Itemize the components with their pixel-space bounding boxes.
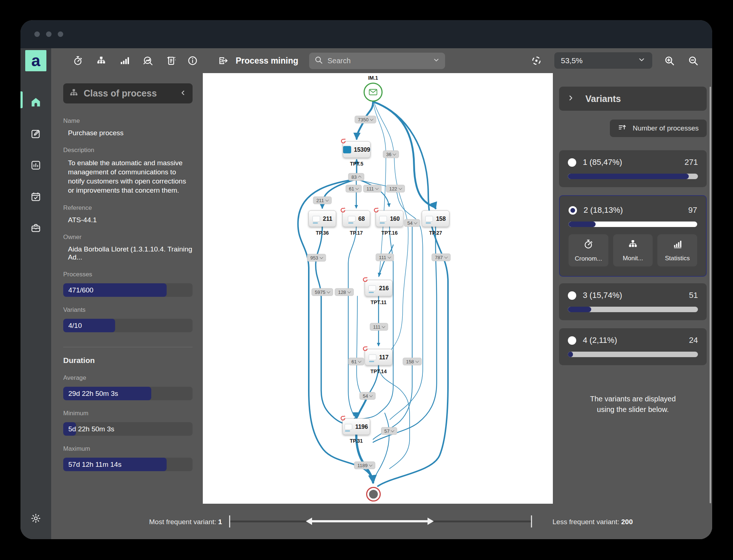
page-title: Process mining: [236, 56, 298, 66]
variants-header[interactable]: Variants: [559, 87, 707, 111]
edge-frequency-label-57[interactable]: 57: [381, 427, 397, 435]
search-analytics-icon[interactable]: [141, 53, 155, 68]
edge-frequency-label-111[interactable]: 111: [363, 185, 381, 193]
edge-frequency-label-54[interactable]: 54: [360, 392, 376, 400]
process-node-TP.17[interactable]: 68: [342, 211, 370, 227]
chevron-down-icon: [370, 117, 373, 121]
process-node-TPT.5[interactable]: 15309: [343, 141, 371, 158]
edge-frequency-value: 158: [406, 359, 414, 364]
bar-chart-icon[interactable]: [117, 53, 132, 68]
edge-frequency-value: 111: [366, 186, 374, 192]
compose-icon[interactable]: [30, 128, 42, 140]
window-minimize-button[interactable]: [46, 31, 52, 37]
edge-frequency-label-787[interactable]: 787: [432, 254, 451, 261]
edge-frequency-label-111[interactable]: 111: [370, 323, 388, 331]
process-node-TPT.11[interactable]: 216: [365, 280, 392, 296]
processes-progress-bar: 471/600: [63, 283, 193, 297]
edge-frequency-label-61[interactable]: 61: [346, 185, 362, 193]
home-icon[interactable]: [30, 96, 42, 109]
search-box[interactable]: [309, 53, 445, 69]
stopwatch-icon[interactable]: [71, 53, 85, 68]
edge-frequency-label-1189[interactable]: 1189: [354, 462, 375, 469]
settings-gear-icon[interactable]: [30, 512, 42, 525]
process-node-TP.27[interactable]: 158: [422, 211, 449, 227]
edge-frequency-label-111[interactable]: 111: [376, 254, 394, 261]
edge-frequency-value: 36: [386, 152, 391, 157]
variant-card-2[interactable]: 2 (18,13%) 97 Cronom...: [559, 195, 707, 277]
slider-left-arrow-icon[interactable]: [306, 518, 312, 525]
variant-1-bar: [568, 174, 698, 179]
statistics-button[interactable]: Statistics: [657, 234, 697, 266]
chronometry-button[interactable]: Cronom...: [569, 234, 608, 266]
edge-frequency-label-36[interactable]: 36: [383, 151, 399, 158]
vertical-scrollbar[interactable]: [710, 87, 711, 503]
edge-frequency-label-128[interactable]: 128: [335, 288, 354, 296]
edge-frequency-label-83[interactable]: 83: [348, 173, 364, 181]
class-of-process-header[interactable]: Class of process: [63, 83, 193, 103]
loop-icon: [339, 415, 346, 423]
edge-frequency-label-7350[interactable]: 7350: [355, 116, 376, 124]
process-tree-icon[interactable]: [94, 53, 109, 68]
variant-card-4[interactable]: 4 (2,11%) 24: [559, 328, 707, 365]
window-close-button[interactable]: [34, 31, 40, 37]
info-icon[interactable]: [185, 53, 200, 68]
locate-icon[interactable]: [529, 53, 544, 68]
expand-chevron-right-icon[interactable]: [567, 94, 574, 103]
chevron-up-icon: [358, 175, 362, 179]
calendar-check-icon[interactable]: [30, 190, 42, 203]
edge-frequency-label-54[interactable]: 54: [404, 219, 420, 227]
number-of-processes-sort-button[interactable]: Number of processes: [610, 120, 707, 137]
variant-card-1[interactable]: 1 (85,47%) 271: [559, 150, 707, 187]
slider-range[interactable]: [311, 520, 428, 522]
process-node-TPT.14[interactable]: 117: [365, 349, 392, 366]
section-divider: [63, 347, 193, 347]
sort-button-label: Number of processes: [633, 124, 699, 132]
variants-progress-bar: 4/10: [63, 319, 193, 332]
chronometry-button-label: Cronom...: [575, 255, 602, 262]
app-logo[interactable]: a: [25, 50, 46, 71]
activity-icon: [343, 146, 351, 153]
edge-frequency-label-211[interactable]: 211: [313, 197, 332, 204]
statistics-button-label: Statistics: [665, 255, 690, 262]
variant-3-radio[interactable]: [568, 291, 576, 300]
briefcase-icon[interactable]: [30, 222, 42, 234]
most-frequent-value: 1: [218, 518, 222, 526]
zoom-out-icon[interactable]: [686, 53, 700, 68]
collapse-chevron-left-icon[interactable]: [179, 89, 187, 98]
edge-frequency-label-122[interactable]: 122: [386, 185, 405, 193]
node-count: 158: [436, 215, 446, 222]
zoom-level-dropdown[interactable]: 53,5%: [554, 52, 652, 69]
loop-icon: [340, 138, 347, 146]
chart-box-icon[interactable]: [30, 159, 42, 171]
node-label-TPT.16: TPT.16: [381, 230, 398, 236]
report-sparkle-icon[interactable]: [164, 53, 179, 68]
start-event-node[interactable]: [364, 83, 383, 102]
edge-frequency-label-158[interactable]: 158: [403, 358, 422, 366]
process-node-TPT.16[interactable]: 160: [376, 211, 403, 227]
slider-right-arrow-icon[interactable]: [428, 518, 434, 525]
variant-4-radio[interactable]: [568, 336, 576, 345]
window-maximize-button[interactable]: [58, 31, 63, 37]
class-of-process-panel: Class of process Name Purchase process D…: [63, 83, 193, 471]
edge-frequency-label-5975[interactable]: 5975: [312, 288, 333, 296]
variant-card-3[interactable]: 3 (15,74%) 51: [559, 283, 707, 320]
end-event-node[interactable]: [366, 487, 381, 502]
export-icon[interactable]: [216, 53, 231, 68]
process-node-TP.31[interactable]: 1196: [342, 419, 370, 435]
edge-frequency-label-953[interactable]: 953: [307, 254, 326, 262]
slider-right-bound[interactable]: [531, 515, 532, 527]
variant-1-radio[interactable]: [568, 158, 576, 167]
monitoring-button[interactable]: Monit...: [613, 234, 653, 266]
variant-2-radio[interactable]: [569, 206, 577, 215]
zoom-in-icon[interactable]: [662, 53, 677, 68]
zoom-chevron-down-icon: [638, 56, 646, 65]
process-diagram-canvas[interactable]: IM.115309TPT.5211TP.3668TP.17160TPT.1615…: [203, 73, 553, 504]
search-chevron-down-icon[interactable]: [433, 56, 440, 65]
process-node-TP.36[interactable]: 211: [308, 211, 336, 227]
edge-frequency-value: 953: [310, 255, 318, 261]
statistics-icon: [672, 239, 683, 251]
activity-icon: [425, 216, 433, 222]
variant-slider-bar: Most frequent variant: 1 Less frequent v…: [51, 504, 712, 539]
search-input[interactable]: [327, 57, 428, 65]
edge-frequency-label-61[interactable]: 61: [348, 358, 364, 366]
